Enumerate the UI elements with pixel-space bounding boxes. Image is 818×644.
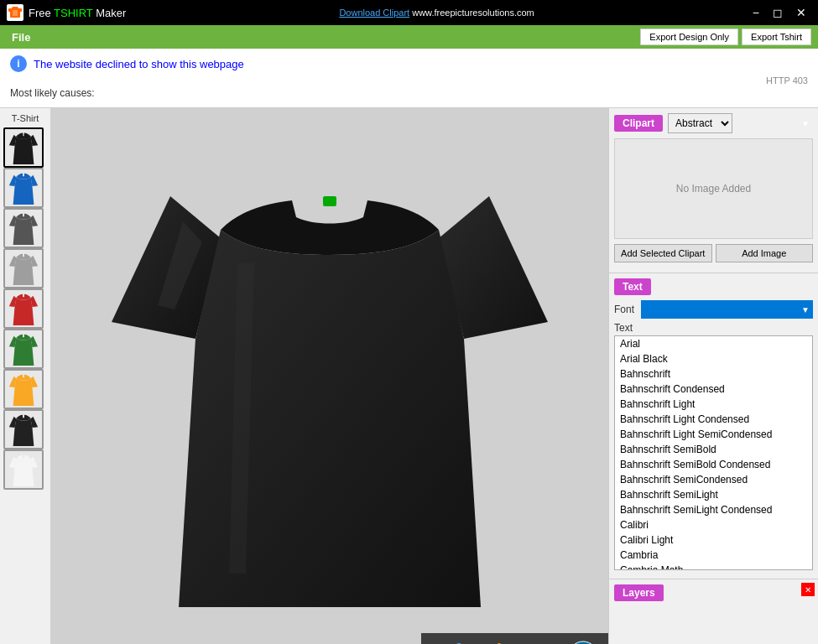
- canvas-inner: [50, 108, 608, 644]
- add-image-button[interactable]: Add Image: [716, 244, 814, 262]
- export-buttons: Export Design Only Export Tshirt: [640, 29, 811, 45]
- titlebar-left: Free TSHIRT Maker: [7, 4, 126, 21]
- svg-rect-3: [13, 10, 18, 16]
- clipart-badge: Clipart: [614, 115, 663, 132]
- tshirt-color-thumb-8[interactable]: [3, 449, 44, 490]
- window-controls[interactable]: − ◻ ✕: [748, 4, 811, 21]
- tshirt-color-thumb-1[interactable]: [3, 168, 44, 208]
- font-input[interactable]: [641, 300, 813, 319]
- canvas-area: SoftRadar.com Software reviews & downloa…: [50, 108, 608, 644]
- export-tshirt-button[interactable]: Export Tshirt: [742, 29, 811, 45]
- titlebar-url-text: www.freepicturesolutions.com: [412, 8, 534, 18]
- font-list-item-10[interactable]: Bahnschrift SemiLight: [615, 487, 812, 502]
- tshirt-main-svg: [112, 171, 548, 615]
- download-clipart-link[interactable]: Download Clipart: [339, 8, 409, 18]
- main-layout: T-Shirt: [0, 108, 818, 644]
- add-selected-clipart-button[interactable]: Add Selected Clipart: [614, 244, 712, 262]
- svg-rect-4: [323, 196, 336, 206]
- minimize-button[interactable]: −: [748, 4, 764, 21]
- font-list-item-3[interactable]: Bahnschrift Condensed: [615, 382, 812, 397]
- font-list-item-13[interactable]: Calibri Light: [615, 532, 812, 548]
- font-list-item-1[interactable]: Arial Black: [615, 351, 812, 366]
- svg-rect-2: [12, 7, 18, 10]
- text-label: Text: [614, 322, 638, 334]
- font-list-item-12[interactable]: Calibri: [615, 517, 812, 532]
- text-badge: Text: [614, 278, 651, 295]
- right-panel: Clipart AbstractAnimalsNatureSportsSymbo…: [608, 108, 818, 644]
- font-row: Font ▼: [614, 300, 813, 319]
- clipart-header: Clipart AbstractAnimalsNatureSportsSymbo…: [614, 113, 813, 133]
- font-list-item-7[interactable]: Bahnschrift SemiBold: [615, 442, 812, 457]
- clipart-dropdown-arrow: ▼: [801, 119, 810, 128]
- font-list-item-9[interactable]: Bahnschrift SemiCondensed: [615, 472, 812, 487]
- clipart-action-buttons: Add Selected Clipart Add Image: [614, 244, 813, 262]
- tshirt-color-thumb-4[interactable]: [3, 288, 44, 329]
- tshirt-label: T-Shirt: [3, 112, 47, 125]
- infobar-message-row: i The website declined to show this webp…: [10, 55, 808, 72]
- font-list-item-8[interactable]: Bahnschrift SemiBold Condensed: [615, 457, 812, 472]
- app-title: Free TSHIRT Maker: [29, 7, 126, 19]
- infobar-message: The website declined to show this webpag…: [34, 58, 244, 70]
- watermark-brand: SoftRadar.com: [431, 640, 561, 644]
- font-list-item-2[interactable]: Bahnschrift: [615, 366, 812, 382]
- font-list-item-15[interactable]: Cambria Math: [615, 563, 812, 570]
- tshirt-color-thumb-3[interactable]: [3, 248, 44, 288]
- tshirt-color-thumb-0[interactable]: [3, 127, 44, 168]
- font-list-item-14[interactable]: Cambria: [615, 548, 812, 563]
- maximize-button[interactable]: ◻: [768, 4, 788, 21]
- menubar: File Export Design Only Export Tshirt: [0, 25, 818, 49]
- font-list-item-0[interactable]: Arial: [615, 336, 812, 351]
- tshirt-color-thumb-6[interactable]: [3, 369, 44, 409]
- layers-badge: Layers: [614, 584, 664, 601]
- titlebar-link: Download Clipart www.freepicturesolution…: [339, 8, 534, 18]
- causes-label: Most likely causes:: [10, 86, 808, 101]
- text-header: Text: [614, 278, 813, 295]
- tshirt-display: [86, 158, 573, 628]
- font-select-wrapper: ▼: [641, 300, 813, 319]
- clipart-dropdown-wrapper: AbstractAnimalsNatureSportsSymbols ▼: [668, 113, 813, 133]
- export-design-button[interactable]: Export Design Only: [640, 29, 738, 45]
- app-icon: [7, 4, 23, 21]
- clipart-category-select[interactable]: AbstractAnimalsNatureSportsSymbols: [668, 113, 732, 133]
- tshirt-color-thumb-7[interactable]: [3, 409, 44, 449]
- tshirt-panel: T-Shirt: [0, 108, 50, 644]
- no-image-text: No Image Added: [676, 183, 751, 195]
- font-list-item-4[interactable]: Bahnschrift Light: [615, 397, 812, 412]
- font-list-item-6[interactable]: Bahnschrift Light SemiCondensed: [615, 427, 812, 442]
- layers-section: Layers ✕: [609, 579, 818, 611]
- layers-header: Layers: [614, 584, 813, 601]
- watermark-text: SoftRadar.com Software reviews & downloa…: [431, 640, 561, 644]
- http-code: HTTP 403: [10, 75, 808, 86]
- font-list-item-11[interactable]: Bahnschrift SemiLight Condensed: [615, 502, 812, 517]
- text-section: Text Font ▼ Text ArialArial BlackBahnsch…: [609, 273, 818, 575]
- font-list-item-5[interactable]: Bahnschrift Light Condensed: [615, 412, 812, 427]
- watermark-icon: [568, 641, 598, 644]
- font-dropdown-list[interactable]: ArialArial BlackBahnschriftBahnschrift C…: [614, 335, 813, 570]
- tshirt-color-thumb-5[interactable]: [3, 329, 44, 369]
- text-row: Text: [614, 322, 813, 334]
- layers-close-button[interactable]: ✕: [801, 583, 815, 596]
- infobar: i The website declined to show this webp…: [0, 49, 818, 108]
- titlebar: Free TSHIRT Maker Download Clipart www.f…: [0, 0, 818, 25]
- watermark: SoftRadar.com Software reviews & downloa…: [421, 633, 608, 644]
- tshirt-color-thumb-2[interactable]: [3, 208, 44, 248]
- info-icon: i: [10, 55, 27, 72]
- file-menu[interactable]: File: [7, 31, 35, 44]
- clipart-section: Clipart AbstractAnimalsNatureSportsSymbo…: [609, 108, 818, 273]
- font-label: Font: [614, 304, 638, 315]
- clipart-preview: No Image Added: [614, 138, 813, 239]
- close-button[interactable]: ✕: [791, 4, 811, 21]
